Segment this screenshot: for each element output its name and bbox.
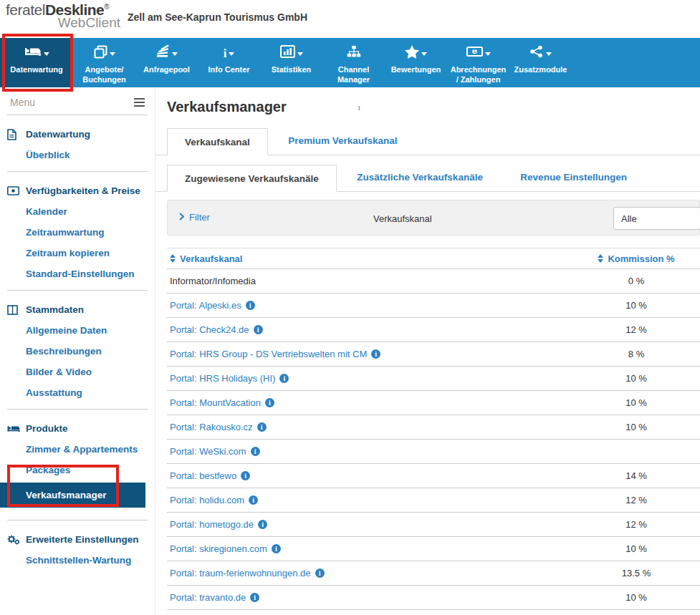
channel-link[interactable]: Portal: bestfewo [170,470,236,481]
info-circle-icon[interactable]: i [249,495,258,505]
sidebar-item-schnittstellen-wartung[interactable]: Schnittstellen-Wartung [0,550,155,571]
hamburger-icon[interactable] [134,95,145,110]
channel-link[interactable]: Portal: traum-ferienwohnungen.de [170,568,311,578]
channel-link[interactable]: Portal: travanto.de [170,592,246,603]
logo-product-line: WebClient [6,16,120,30]
channel-link[interactable]: Portal: WeSki.com [170,446,246,457]
table-header-row: Verkaufskanal Kommission % [167,248,700,269]
channel-link[interactable]: Portal: skiregionen.com [170,543,267,554]
bar-chart-icon [280,45,295,61]
channel-link[interactable]: Portal: HRS Holidays (HI) [170,373,275,384]
channel-link[interactable]: Portal: holidu.com [170,495,244,505]
sidebar-item-kalender[interactable]: Kalender [0,201,155,222]
info-circle-icon[interactable]: i [250,593,259,602]
info-circle-icon[interactable]: i [272,544,281,553]
sidebar-item-allgemeine-daten[interactable]: Allgemeine Daten [0,320,155,341]
info-circle-icon[interactable]: i [315,568,325,578]
sidebar-section-verfuegbarkeiten: Verfügbarkeiten & Preise Kalender Zeitra… [0,172,155,287]
artifact-glyph: t [358,105,360,112]
commission-value: 12 % [625,324,647,335]
table-row: Portal: bestfewoi 14 % [167,464,700,488]
sidebar-item-beschreibungen[interactable]: Beschreibungen [0,341,155,362]
tab-premium-verkaufskanal[interactable]: Premium Verkaufskanal [271,127,414,155]
sidebar-item-zeitraumwartung[interactable]: Zeitraumwartung [0,222,155,243]
tab-zugewiesene-verkaufskanaele[interactable]: Zugewiesene Verkaufskanäle [167,165,337,192]
channel-link[interactable]: Portal: hometogo.de [170,519,254,530]
sidebar-item-verkaufsmanager[interactable]: Verkaufsmanager [0,483,145,508]
info-circle-icon[interactable]: i [371,349,380,359]
filter-panel: Filter Verkaufskanal Alle [167,200,700,236]
channel-link[interactable]: Portal: MountVacation [170,397,261,408]
tab-revenue-einstellungen[interactable]: Revenue Einstellungen [503,164,644,191]
nav-item-channel-manager[interactable]: ChannelManager [322,38,385,87]
sort-icon [598,254,603,263]
sidebar-item-ausstattung[interactable]: Ausstattung [0,382,155,403]
sidebar-item-zimmer-appartements[interactable]: Zimmer & Appartements [0,439,155,460]
info-circle-icon[interactable]: i [241,471,250,480]
chevron-down-icon [297,52,303,56]
feratel-deskline-logo[interactable]: feratelDeskline® WebClient [6,2,120,30]
nav-item-statistiken[interactable]: Statistiken [260,38,322,87]
money-icon: 1 [466,46,483,60]
chevron-down-icon [546,52,552,56]
table-row: Portal: skiregionen.comi 10 % [167,537,700,561]
commission-value: 14 % [625,470,647,481]
sort-header-verkaufskanal[interactable]: Verkaufskanal [170,253,242,264]
table-row: Portal: traum-ferienwohnungen.dei 13.5 % [167,561,700,586]
sidebar-item-ueberblick[interactable]: Überblick [0,145,155,165]
info-circle-icon[interactable]: i [246,301,255,310]
chevron-down-icon [44,52,49,56]
commission-value: 12 % [625,519,647,530]
sidebar-item-erweiterte-einstellungen[interactable]: Erweiterte Einstellungen [0,529,155,550]
nav-item-bewertungen[interactable]: Bewertungen [385,38,447,87]
webclient-app: feratelDeskline® WebClient Zell am See-K… [0,0,700,615]
sort-header-kommission[interactable]: Kommission % [598,253,674,264]
table-row: Portal: HRS Holidays (HI)i 10 % [167,367,700,391]
sidebar-item-standard-einstellungen[interactable]: Standard-Einstellungen [0,263,155,284]
channel-link[interactable]: Portal: HRS Group - DS Vertriebswelten m… [170,349,367,359]
channel-link[interactable]: Portal: Alpeski.es [170,300,241,311]
channel-link[interactable]: Portal: Check24.de [170,324,249,335]
sidebar-item-bilder-video[interactable]: Bilder & Video [0,362,155,382]
svg-text:1: 1 [473,49,476,54]
nav-item-angebote-buchungen[interactable]: Angebote/Buchungen [73,38,135,87]
commission-value: 0 % [628,276,644,286]
verkaufskanal-select[interactable]: Alle [613,207,700,230]
nav-item-anfragepool[interactable]: Anfragepool [135,38,198,87]
table-row: Portal: WeSki.comi [167,440,700,464]
table-row: Portal: travanto.dei 10 % [167,586,700,610]
money-icon [7,186,26,195]
channel-link[interactable]: Portal: Rakousko.cz [170,422,253,432]
sidebar-item-produkte[interactable]: Produkte [0,418,155,439]
nav-item-zusatzmodule[interactable]: Zusatzmodule [509,38,572,87]
sidebar-item-datenwartung[interactable]: Datenwartung [0,124,155,145]
chevron-right-icon [179,212,184,223]
secondary-tab-bar: Zugewiesene Verkaufskanäle Zusätzliche V… [155,164,700,192]
sidebar-section-stammdaten: Stammdaten Allgemeine Daten Beschreibung… [0,291,155,406]
info-circle-icon[interactable]: i [258,520,267,529]
nav-item-info-center[interactable]: i Info Center [198,38,260,87]
sidebar-item-packages[interactable]: Packages [0,460,155,480]
sidebar-item-verfuegbarkeiten-preise[interactable]: Verfügbarkeiten & Preise [0,180,155,201]
info-circle-icon[interactable]: i [254,325,263,334]
table-row: Portal: holidu.comi 12 % [167,488,700,513]
columns-icon [7,305,26,315]
commission-value: 10 % [625,373,647,384]
filter-toggle[interactable]: Filter [179,212,210,223]
info-circle-icon[interactable]: i [279,374,289,383]
nav-item-datenwartung[interactable]: Datenwartung [0,38,73,87]
company-name: Zell am See-Kaprun Tourismus GmbH [128,11,307,23]
info-circle-icon[interactable]: i [265,398,274,407]
tab-verkaufskanal[interactable]: Verkaufskanal [167,128,268,155]
commission-value: 10 % [625,543,647,554]
info-circle-icon[interactable]: i [251,447,260,456]
tab-zusaetzliche-verkaufskanaele[interactable]: Zusätzliche Verkaufskanäle [340,164,500,191]
menu-title: Menu [10,97,35,108]
sidebar-item-stammdaten[interactable]: Stammdaten [0,299,155,320]
info-icon: i [224,47,227,59]
chevron-down-icon [485,52,491,56]
nav-item-abrechnungen-zahlungen[interactable]: 1 Abrechnungen/ Zahlungen [447,38,509,87]
share-icon [529,45,544,61]
sidebar-item-zeitraum-kopieren[interactable]: Zeitraum kopieren [0,243,155,263]
info-circle-icon[interactable]: i [257,422,267,432]
